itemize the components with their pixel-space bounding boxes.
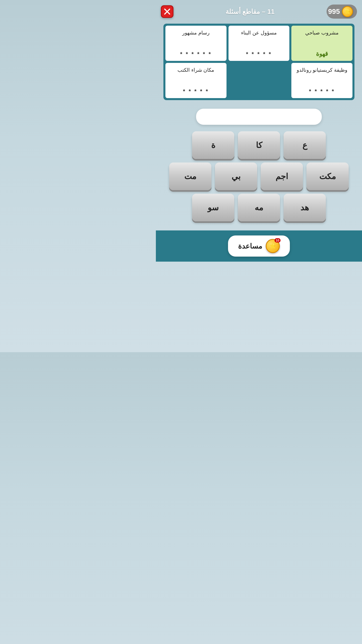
key-mh[interactable]: مه	[238, 194, 280, 221]
input-area	[196, 109, 322, 125]
key-ain[interactable]: ع	[284, 131, 326, 159]
help-area: 10 ⭐ مساعدة	[156, 230, 362, 262]
key-row-1: ع كا ة	[163, 131, 354, 159]
page-title: 11 – مقاطع أسئلة	[225, 8, 275, 16]
keyboard: ع كا ة مكت اجم بي مت هد مه سو	[163, 131, 354, 221]
cell-6-clue: مكان شراء الكتب	[177, 66, 214, 73]
cell-4-clue: وظيفة كريستيانو رونالدو	[297, 66, 347, 73]
puzzle-grid: مشروب صباحي قهوة مسؤول عن البناء * * * *…	[163, 24, 354, 100]
help-label: مساعدة	[238, 242, 262, 250]
header: ⭐ 995 11 – مقاطع أسئلة	[156, 0, 362, 21]
help-coin-star: ⭐	[269, 243, 276, 249]
score-badge: ⭐ 995	[327, 5, 357, 19]
cell-2-stars: * * * * *	[246, 51, 272, 57]
key-ta-marbuta[interactable]: ة	[192, 131, 234, 159]
key-row-3: هد مه سو	[163, 194, 354, 221]
puzzle-cell-2[interactable]: مسؤول عن البناء * * * * *	[229, 26, 290, 61]
puzzle-cell-4[interactable]: وظيفة كريستيانو رونالدو * * * * *	[291, 63, 352, 98]
score-value: 995	[328, 8, 340, 16]
cell-1-clue: مشروب صباحي	[305, 29, 339, 36]
puzzle-cell-1[interactable]: مشروب صباحي قهوة	[291, 26, 352, 61]
key-bi[interactable]: بي	[215, 163, 257, 190]
help-coin-badge: 10	[275, 238, 281, 243]
key-makt[interactable]: مكت	[306, 163, 349, 190]
key-row-2: مكت اجم بي مت	[163, 163, 354, 190]
puzzle-cell-5-empty	[229, 63, 290, 98]
cell-1-answer: قهوة	[316, 50, 328, 57]
key-mat[interactable]: مت	[169, 163, 211, 190]
cell-2-clue: مسؤول عن البناء	[241, 29, 277, 36]
cell-6-stars: * * * * *	[183, 88, 209, 95]
key-ka[interactable]: كا	[238, 131, 280, 159]
key-sw[interactable]: سو	[192, 194, 234, 221]
cell-4-stars: * * * * *	[309, 88, 335, 95]
key-hd[interactable]: هد	[284, 194, 326, 221]
puzzle-cell-6[interactable]: مكان شراء الكتب * * * * *	[165, 63, 227, 98]
help-coin-icon: 10 ⭐	[266, 239, 280, 253]
key-ajm[interactable]: اجم	[261, 163, 303, 190]
answer-input[interactable]	[196, 109, 322, 125]
cell-3-stars: * * * * * *	[180, 51, 212, 57]
coin-icon: ⭐	[342, 6, 353, 17]
cell-3-clue: رسام مشهور	[182, 29, 210, 36]
close-button[interactable]	[161, 5, 173, 18]
help-button[interactable]: 10 ⭐ مساعدة	[228, 235, 290, 257]
puzzle-cell-3[interactable]: رسام مشهور * * * * * *	[165, 26, 227, 61]
